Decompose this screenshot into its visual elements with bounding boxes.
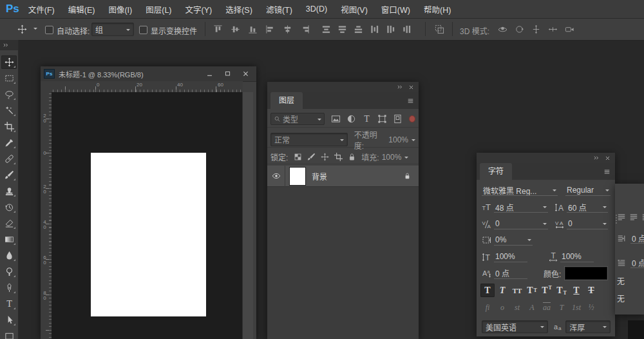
panel-close-icon[interactable] [408,84,414,90]
menu-help[interactable]: 帮助(H) [424,3,451,15]
type-filter-icon[interactable] [361,113,372,124]
eraser-icon[interactable] [1,217,17,230]
auto-align-icon[interactable] [434,24,445,35]
layer-row-background[interactable]: 背景 [267,166,419,187]
tab-character[interactable]: 字符 [480,163,512,180]
pixel-filter-icon[interactable] [330,113,341,124]
vertical-ruler[interactable]: 20 0 20 40 60 80 [41,92,52,339]
menu-filter[interactable]: 滤镜(T) [266,3,292,15]
3d-zoom-icon[interactable] [564,24,575,35]
lock-transparent-icon[interactable] [293,153,302,162]
lock-all-icon[interactable] [347,153,356,162]
3d-orbit-icon[interactable] [497,24,508,35]
layer-filter-dropdown[interactable]: 类型 [270,113,325,125]
mojikumi-dropdown[interactable]: 无 [617,293,625,304]
panel-close-icon[interactable] [605,155,611,161]
faux-italic-button[interactable]: T [495,284,509,297]
layer-thumbnail[interactable] [289,167,306,186]
baseline-shift-field[interactable]: 0 点 [494,268,527,279]
tool-preset-picker[interactable] [17,24,28,35]
fill-value[interactable]: 100% [382,153,402,162]
align-vcenter-icon[interactable] [230,24,241,35]
history-brush-icon[interactable] [1,200,17,214]
chevron-down-icon[interactable] [412,139,415,143]
align-top-icon[interactable] [213,24,223,35]
all-caps-button[interactable]: TT [510,284,524,297]
menu-select[interactable]: 选择(S) [225,3,252,15]
auto-align-button[interactable] [434,24,445,35]
strikethrough-button[interactable]: T [584,284,598,297]
titling-alternates-button[interactable]: T [554,303,569,313]
gradient-icon[interactable] [1,233,17,246]
font-style-field[interactable]: Regular [565,185,611,196]
dist-top-icon[interactable] [321,24,332,35]
faux-bold-button[interactable]: T [480,284,495,297]
tracking-field[interactable]: 0 [567,218,608,229]
menu-layer[interactable]: 图层(L) [146,3,171,15]
path-select-icon[interactable] [1,313,17,327]
ornaments-button[interactable]: o [495,303,509,313]
ligatures-button[interactable]: fi [480,303,495,313]
document-canvas[interactable] [91,153,206,316]
horizontal-ruler[interactable]: 0 20 40 60 [52,81,243,93]
3d-pan-icon[interactable] [531,24,542,35]
justify-last-left-button[interactable] [617,213,626,222]
indent-firstline-field[interactable]: 0 点 [630,257,644,268]
menu-type[interactable]: 文字(Y) [185,3,213,15]
type-icon[interactable] [1,297,17,311]
justify-last-center-button[interactable] [629,213,638,222]
menu-image[interactable]: 图像(I) [108,3,132,15]
lock-paint-icon[interactable] [307,153,316,162]
pen-icon[interactable] [1,281,17,295]
dist-right-icon[interactable] [401,24,412,35]
move-icon[interactable] [17,24,28,35]
tsume-field[interactable]: 0% [494,235,533,246]
menu-window[interactable]: 窗口(W) [381,3,410,15]
filter-toggle-switch[interactable] [409,115,415,122]
font-size-field[interactable]: 48 点 [494,202,548,213]
justify-all-button[interactable] [641,213,644,222]
leading-field[interactable]: 60 点 [567,202,608,213]
marquee-icon[interactable] [1,72,17,85]
menu-view[interactable]: 视图(V) [341,3,368,15]
auto-select-checkbox[interactable] [45,26,53,34]
chevron-down-icon[interactable] [404,157,408,160]
kinsoku-dropdown[interactable]: 无 [617,275,625,286]
smart-filter-icon[interactable] [392,113,403,124]
vertical-scale-field[interactable]: 100% [494,251,527,262]
indent-right-field[interactable]: 0 点 [630,233,644,244]
3d-slide-icon[interactable] [547,24,558,35]
menu-3d[interactable]: 3D(D) [306,5,327,14]
dist-hcenter-icon[interactable] [385,24,396,35]
font-family-field[interactable]: 微软雅黑 Reg... [482,185,558,196]
layer-visibility-toggle[interactable] [267,166,285,187]
tool-preset-chevron-icon[interactable] [33,28,37,32]
minimize-button[interactable] [202,69,216,79]
clone-stamp-icon[interactable] [1,184,17,198]
align-left-icon[interactable] [265,24,276,35]
document-titlebar[interactable]: Ps 未标题-1 @ 8.33%(RGB/8) [41,66,256,82]
underline-button[interactable]: T [569,284,583,297]
layer-list-empty-area[interactable] [267,187,419,339]
align-right-icon[interactable] [299,24,310,35]
blur-icon[interactable] [1,249,17,262]
dist-bottom-icon[interactable] [353,24,364,35]
dodge-icon[interactable] [1,265,17,278]
ruler-origin-corner[interactable] [41,81,52,93]
small-caps-button[interactable]: TT [525,284,539,297]
toolbar-collapse-button[interactable] [0,40,18,50]
panel-menu-icon[interactable] [406,97,415,104]
horizontal-scale-field[interactable]: 100% [560,251,594,262]
subscript-button[interactable]: TT [554,284,569,297]
kerning-field[interactable]: 0 [494,218,548,229]
eyedropper-icon[interactable] [1,136,17,150]
language-dropdown[interactable]: 美国英语 [482,320,548,333]
close-button[interactable] [238,69,252,79]
fractions-button[interactable]: ½ [584,303,598,313]
dist-vcenter-icon[interactable] [337,24,348,35]
panel-collapse-icon[interactable] [593,155,600,161]
adjust-filter-icon[interactable] [346,113,357,124]
ordinals-button[interactable]: 1st [569,303,583,313]
show-transform-checkbox[interactable] [139,26,147,34]
stylistic-alternates-button[interactable]: aa [540,303,554,313]
